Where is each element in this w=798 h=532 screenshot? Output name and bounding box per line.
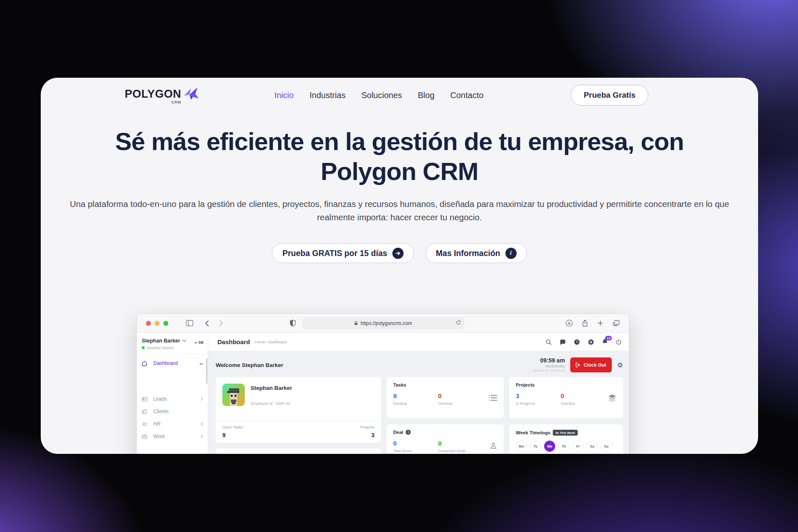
shield-icon[interactable] bbox=[290, 320, 296, 327]
sidebar-item-hr[interactable]: HR bbox=[137, 418, 208, 430]
notification-count-badge: 14 bbox=[605, 336, 612, 340]
day-pill-sa[interactable]: Sa bbox=[586, 441, 598, 452]
employee-id: Employee Id : EMP-20 bbox=[251, 401, 292, 406]
sidebar-scrollbar[interactable] bbox=[206, 358, 207, 384]
page-title: Dashboard bbox=[217, 338, 250, 345]
reload-icon[interactable] bbox=[456, 320, 461, 326]
trial-cta-label: Prueba GRATIS por 15 días bbox=[282, 249, 387, 258]
minimize-window-icon[interactable] bbox=[155, 321, 160, 326]
profile-projects-value: 3 bbox=[360, 432, 374, 438]
zoom-window-icon[interactable] bbox=[163, 321, 168, 326]
url-bar[interactable]: https://polygoncrm.com bbox=[302, 318, 464, 329]
clock-out-button[interactable]: Clock Out bbox=[570, 357, 611, 372]
timelogs-title: Week Timelogs bbox=[516, 430, 550, 435]
sidebar-item-label: Clients bbox=[153, 409, 169, 414]
app-main: Dashboard Home • Dashboard 14 bbox=[208, 333, 629, 454]
welcome-text: Welcome Stephan Barker bbox=[216, 362, 283, 368]
employee-profile-card: Stephan Barker -- Employee Id : EMP-20 O… bbox=[216, 377, 381, 443]
logo-subtext: CRM bbox=[125, 100, 181, 104]
site-header: POLYGON CRM Inicio Industrias Soluciones… bbox=[41, 86, 758, 109]
add-icon[interactable] bbox=[588, 339, 594, 345]
forward-icon[interactable] bbox=[219, 320, 223, 326]
breadcrumb: Home • Dashboard bbox=[255, 340, 286, 344]
welcome-row: Welcome Stephan Barker 09:59 am Wednesda… bbox=[216, 355, 623, 375]
bird-logo-icon bbox=[184, 87, 200, 100]
avatar[interactable] bbox=[222, 384, 245, 406]
browser-chrome: https://polygoncrm.com bbox=[137, 314, 629, 333]
tasks-pending-value: 9 bbox=[393, 392, 438, 399]
settings-gear-icon[interactable]: ⚙ bbox=[617, 361, 623, 369]
workspace-badge: ∞ SB bbox=[195, 340, 204, 345]
nav-blog[interactable]: Blog bbox=[418, 91, 434, 100]
day-pill-th[interactable]: Th bbox=[558, 441, 569, 452]
briefcase-icon bbox=[142, 434, 148, 439]
sidebar-user-block[interactable]: Stephan Barker Stephan Barker ∞ SB bbox=[137, 333, 208, 354]
profile-projects-label: Projects bbox=[360, 425, 374, 429]
day-pill-we[interactable]: We bbox=[544, 441, 555, 452]
arrow-right-icon bbox=[392, 248, 404, 259]
notifications-bell-icon[interactable]: 14 bbox=[602, 339, 608, 345]
power-icon[interactable] bbox=[616, 339, 621, 345]
search-icon[interactable] bbox=[546, 339, 552, 345]
nav-soluciones[interactable]: Soluciones bbox=[361, 91, 402, 100]
day-pill-mo[interactable]: Mo bbox=[516, 441, 527, 452]
layers-icon bbox=[608, 394, 616, 404]
share-icon[interactable] bbox=[582, 320, 588, 327]
sidebar-item-leads[interactable]: Leads bbox=[137, 393, 208, 405]
day-pill-su[interactable]: Su bbox=[601, 441, 612, 452]
chevron-down-icon bbox=[200, 361, 203, 366]
clock-icon[interactable] bbox=[574, 339, 580, 345]
polygon-logo[interactable]: POLYGON CRM bbox=[125, 89, 200, 104]
close-window-icon[interactable] bbox=[146, 321, 151, 326]
nav-industrias[interactable]: Industrias bbox=[310, 91, 346, 100]
back-icon[interactable] bbox=[205, 320, 209, 326]
tabs-overview-icon[interactable] bbox=[613, 320, 620, 327]
employee-designation: -- bbox=[251, 393, 292, 397]
dashboard-content: Welcome Stephan Barker 09:59 am Wednesda… bbox=[208, 351, 629, 454]
open-tasks-value: 9 bbox=[222, 432, 243, 438]
info-icon: i bbox=[505, 248, 517, 259]
trial-cta-button[interactable]: Prueba GRATIS por 15 días bbox=[272, 243, 414, 263]
day-pill-fr[interactable]: Fr bbox=[572, 441, 584, 452]
traffic-lights bbox=[146, 321, 168, 326]
people-icon bbox=[142, 422, 148, 426]
prueba-gratis-button[interactable]: Prueba Gratis bbox=[571, 85, 648, 106]
lock-icon bbox=[354, 321, 358, 325]
new-tab-icon[interactable] bbox=[597, 320, 603, 327]
nav-inicio[interactable]: Inicio bbox=[274, 91, 294, 100]
home-icon bbox=[142, 361, 148, 366]
projects-card-title: Projects bbox=[516, 382, 616, 387]
info-cta-label: Mas Información bbox=[436, 249, 500, 258]
week-timelogs-card: Week Timelogs 0s This Week Mo Tu We Th F… bbox=[509, 424, 623, 454]
sidebar-item-work[interactable]: Work bbox=[137, 430, 208, 443]
chrome-right-icons bbox=[566, 320, 620, 327]
sidebar-item-dashboard[interactable]: Dashboard bbox=[137, 357, 208, 369]
notes-icon[interactable] bbox=[560, 339, 566, 345]
download-icon[interactable] bbox=[566, 320, 573, 327]
projects-inprogress-value: 3 bbox=[516, 392, 561, 399]
tasks-overdue-label: Overdue bbox=[438, 401, 483, 406]
sidebar-toggle-icon[interactable] bbox=[186, 320, 193, 326]
deal-total-label: Total Deals bbox=[393, 449, 438, 453]
hero-heading: Sé más eficiente en la gestión de tu emp… bbox=[41, 127, 758, 187]
chevron-right-icon bbox=[201, 434, 203, 439]
clock-time-block: 09:59 am Wednesday Clock in at : 09:59 a… bbox=[533, 357, 565, 373]
help-icon[interactable]: ? bbox=[406, 430, 411, 435]
sidebar-item-label: HR bbox=[153, 421, 160, 427]
sidebar-item-label: Work bbox=[153, 433, 165, 439]
cta-row: Prueba GRATIS por 15 días Mas Informació… bbox=[41, 243, 758, 263]
sidebar-item-clients[interactable]: Clients bbox=[137, 405, 208, 418]
main-nav: Inicio Industrias Soluciones Blog Contac… bbox=[274, 86, 483, 104]
info-cta-button[interactable]: Mas Información i bbox=[426, 243, 527, 263]
clock-in-note: Clock in at : 09:59 am bbox=[533, 369, 565, 373]
online-status-dot bbox=[142, 346, 145, 349]
building-icon bbox=[142, 409, 148, 414]
person-icon bbox=[490, 442, 497, 451]
logout-icon bbox=[576, 362, 581, 367]
tasks-overdue-value: 0 bbox=[438, 392, 483, 399]
day-pill-tu[interactable]: Tu bbox=[530, 441, 541, 452]
logo-text: POLYGON bbox=[125, 88, 181, 100]
nav-contacto[interactable]: Contacto bbox=[450, 91, 483, 100]
current-day: Wednesday bbox=[533, 364, 565, 369]
clock-out-label: Clock Out bbox=[584, 362, 606, 367]
